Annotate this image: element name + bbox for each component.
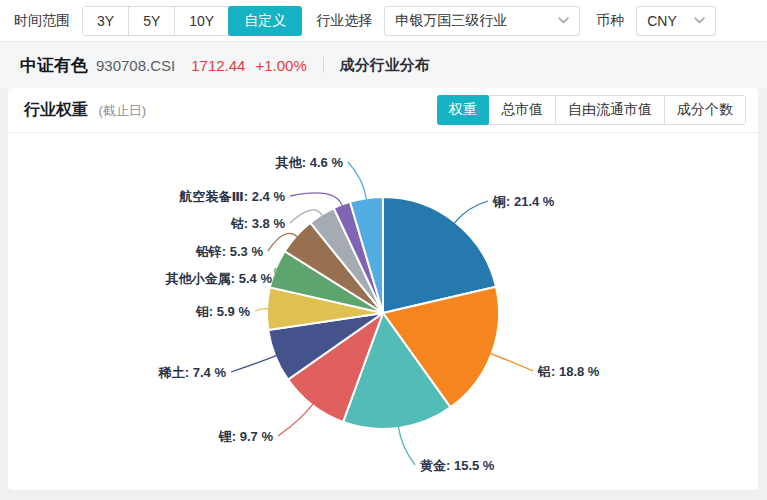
time-3y-button[interactable]: 3Y: [83, 7, 129, 35]
panel-title-wrap: 行业权重 (截止日): [24, 100, 146, 121]
time-10y-button[interactable]: 10Y: [175, 7, 229, 35]
pie-label-line: [454, 201, 488, 223]
time-range-group: 3Y 5Y 10Y 自定义: [82, 6, 302, 36]
pie-label-line: [231, 356, 276, 372]
pie-label: 钼: 5.9 %: [195, 304, 251, 319]
panel-header: 行业权重 (截止日) 权重 总市值 自由流通市值 成分个数: [8, 88, 758, 133]
pie-label: 稀土: 7.4 %: [158, 365, 227, 380]
pie-label: 航空装备Ⅲ: 2.4 %: [179, 189, 286, 204]
pie-label-line: [348, 162, 366, 199]
pie-label: 其他: 4.6 %: [275, 155, 344, 170]
pie-label-line: [278, 404, 313, 436]
pie-label-line: [290, 193, 342, 206]
index-name: 中证有色: [20, 54, 88, 77]
pie-label-line: [491, 354, 533, 371]
pie-label: 黄金: 15.5 %: [419, 458, 495, 473]
industry-select[interactable]: 申银万国三级行业: [384, 6, 580, 36]
tab-free-float-market-cap[interactable]: 自由流通市值: [556, 96, 665, 124]
pie-label: 铅锌: 5.3 %: [195, 244, 264, 259]
tab-constituent-count[interactable]: 成分个数: [665, 96, 745, 124]
time-custom-button[interactable]: 自定义: [228, 6, 302, 36]
industry-select-label: 行业选择: [316, 12, 372, 30]
index-code: 930708.CSI: [96, 57, 175, 74]
index-bar: 中证有色 930708.CSI 1712.44 +1.00% 成分行业分布: [0, 42, 767, 88]
currency-label: 币种: [596, 12, 624, 30]
industry-select-value: 申银万国三级行业: [395, 12, 507, 30]
pie-label: 铜: 21.4 %: [492, 194, 555, 209]
panel-title: 行业权重: [24, 101, 88, 118]
pie-label-line: [398, 427, 415, 465]
tab-total-market-cap[interactable]: 总市值: [489, 96, 556, 124]
section-title: 成分行业分布: [340, 56, 430, 75]
currency-select[interactable]: CNY: [636, 6, 716, 36]
pie-label: 其他小金属: 5.4 %: [165, 271, 273, 286]
panel-subtitle: (截止日): [98, 103, 146, 118]
index-change: +1.00%: [255, 57, 306, 74]
pie-chart: 铜: 21.4 %铝: 18.8 %黄金: 15.5 %锂: 9.7 %稀土: …: [8, 133, 758, 489]
chevron-down-icon: [558, 17, 569, 24]
currency-select-value: CNY: [647, 13, 677, 29]
chevron-down-icon: [694, 17, 705, 24]
toolbar: 时间范围 3Y 5Y 10Y 自定义 行业选择 申银万国三级行业 币种 CNY: [0, 0, 767, 42]
industry-weight-panel: 行业权重 (截止日) 权重 总市值 自由流通市值 成分个数 铜: 21.4 %铝…: [8, 88, 758, 490]
metric-tabs: 权重 总市值 自由流通市值 成分个数: [437, 95, 746, 125]
tab-weight[interactable]: 权重: [437, 95, 490, 125]
pie-label: 锂: 9.7 %: [218, 429, 274, 444]
pie-label: 钴: 3.8 %: [230, 216, 286, 231]
index-price: 1712.44: [191, 57, 245, 74]
time-range-label: 时间范围: [14, 12, 70, 30]
page: 时间范围 3Y 5Y 10Y 自定义 行业选择 申银万国三级行业 币种 CNY …: [0, 0, 767, 500]
vertical-divider: [323, 57, 324, 73]
time-5y-button[interactable]: 5Y: [129, 7, 175, 35]
pie-label: 铝: 18.8 %: [537, 364, 600, 379]
